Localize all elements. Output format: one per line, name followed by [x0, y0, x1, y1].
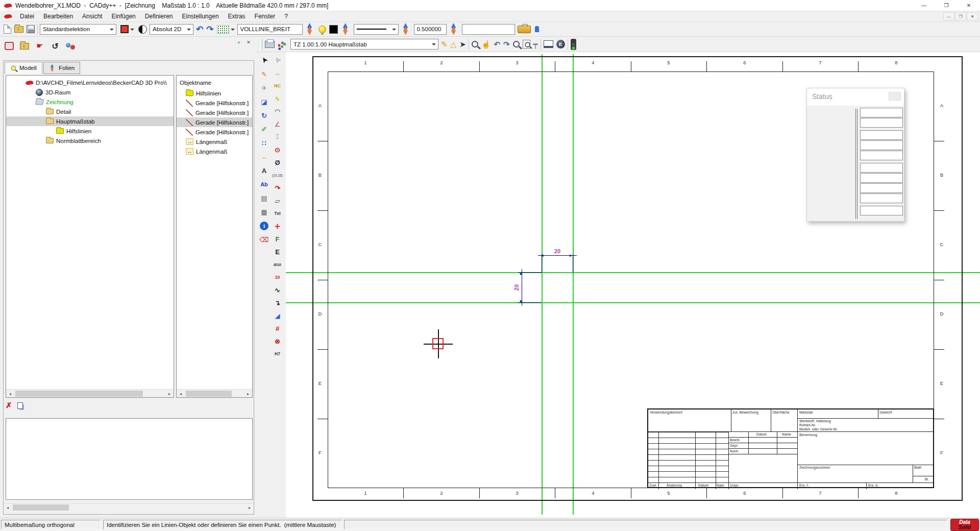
- dim-reference-icon[interactable]: ✛: [271, 220, 284, 232]
- tree-item-zeichnung[interactable]: Zeichnung: [6, 97, 174, 107]
- scroll-right-icon[interactable]: ▸: [165, 390, 174, 398]
- import-folder-button[interactable]: [18, 40, 31, 52]
- list-horizontal-scrollbar[interactable]: ◂ ▸: [177, 389, 252, 397]
- dimension-value-vertical[interactable]: 20: [513, 281, 520, 294]
- dim-delete-icon[interactable]: ⊗: [271, 335, 284, 347]
- list-item[interactable]: ↔Längenmaß: [177, 147, 252, 156]
- status-value-field[interactable]: [860, 194, 903, 203]
- hatch-tool-icon[interactable]: ▤: [258, 192, 271, 204]
- linewidth-field[interactable]: 0.500000: [414, 24, 447, 35]
- scroll-left-icon[interactable]: ◂: [4, 503, 12, 512]
- toolbar-drag-handle[interactable]: [260, 39, 262, 50]
- move-transform-icon[interactable]: ✈: [258, 82, 271, 94]
- dim-modify-icon[interactable]: ◢: [271, 309, 284, 322]
- select-alt-icon[interactable]: ➤: [269, 52, 286, 69]
- eraser-tool-icon[interactable]: ⌫: [258, 233, 271, 246]
- pen-color-button[interactable]: [329, 23, 338, 35]
- menu-einfuegen[interactable]: Einfügen: [107, 11, 140, 21]
- scroll-left-icon[interactable]: ◂: [6, 390, 14, 398]
- dim-limits-icon[interactable]: 10: [271, 271, 284, 283]
- color-picker-button[interactable]: [118, 23, 136, 35]
- layer-assign-button[interactable]: [305, 23, 316, 35]
- dim-text-icon[interactable]: Txt: [271, 207, 284, 220]
- dim-fit-table-icon[interactable]: H7: [271, 348, 284, 360]
- status-value-field[interactable]: [860, 173, 903, 183]
- menu-einstellungen[interactable]: Einstellungen: [178, 11, 224, 21]
- menu-ansicht[interactable]: Ansicht: [78, 11, 107, 21]
- open-button[interactable]: [14, 23, 24, 35]
- tree-item-hilfslinien[interactable]: Hilfslinien: [6, 126, 174, 136]
- tree-item-root[interactable]: D:\AVCHD_Filme\Lernvideos\BeckerCAD 3D P…: [6, 78, 174, 87]
- rotate-tool-icon[interactable]: ↻: [258, 109, 271, 122]
- dim-coordinate-icon[interactable]: (10,15): [271, 169, 284, 181]
- menu-extras[interactable]: Extras: [224, 11, 250, 21]
- mdi-close-button[interactable]: ✕: [967, 12, 978, 20]
- zoom-sheet-button[interactable]: [522, 38, 531, 51]
- dock-collapse-button[interactable]: «: [235, 39, 242, 45]
- menu-bearbeiten[interactable]: Bearbeiten: [39, 11, 78, 21]
- status-value-field[interactable]: [860, 206, 903, 215]
- dim-move-icon[interactable]: ↴: [271, 297, 284, 309]
- draw-pencil-icon[interactable]: ✎: [258, 68, 271, 80]
- scale-combo[interactable]: TZ 1.00:1.00 Hauptmaßstab: [290, 39, 438, 50]
- layer-visibility-button[interactable]: [318, 23, 327, 35]
- dim-circle-icon[interactable]: ⊙: [271, 143, 284, 156]
- tree-item-detail[interactable]: Detail: [6, 107, 174, 116]
- status-value-field[interactable]: [860, 151, 903, 160]
- print-button[interactable]: [264, 38, 275, 51]
- selection-mode-combo[interactable]: Standardselektion: [40, 24, 116, 35]
- tip-assistant-button[interactable]: [533, 23, 546, 35]
- grid-settings-button[interactable]: [216, 23, 235, 35]
- close-button[interactable]: ✕: [958, 0, 980, 11]
- spheres-3d-button[interactable]: [64, 40, 77, 52]
- list-item[interactable]: Hilfslinien: [177, 88, 252, 98]
- status-value-field[interactable]: [860, 140, 903, 150]
- copy-icon[interactable]: [17, 402, 23, 409]
- status-floating-panel[interactable]: Status: [806, 88, 904, 222]
- dim-surface-icon[interactable]: F: [271, 233, 284, 245]
- pattern-button[interactable]: [138, 23, 148, 35]
- drawing-canvas[interactable]: 1 2 3 4 5 6 7 8 1 2 3 4 5 6 7 8 A B C D …: [286, 52, 980, 518]
- dim-radius-icon[interactable]: ↷: [271, 182, 284, 194]
- scrollbar-thumb[interactable]: [186, 391, 232, 397]
- status-value-field[interactable]: [860, 108, 903, 117]
- redo-button[interactable]: ↷: [206, 23, 214, 35]
- dim-fit-icon[interactable]: Ø10: [271, 258, 284, 271]
- menu-datei[interactable]: Datei: [15, 11, 39, 21]
- pan-button[interactable]: ☝: [481, 38, 492, 51]
- measure-survey-icon[interactable]: A: [258, 164, 271, 177]
- status-value-field[interactable]: [860, 163, 903, 173]
- linestyle-combo[interactable]: [354, 24, 399, 35]
- layer-extra-button[interactable]: [449, 23, 460, 35]
- clear-selection-icon[interactable]: ✗: [6, 401, 12, 410]
- dim-chain-icon[interactable]: ↔: [271, 67, 284, 79]
- freehand-pen-icon[interactable]: ✐: [258, 123, 271, 135]
- list-item[interactable]: Gerade [Hilfskonstr.]: [177, 127, 252, 137]
- mdi-document-icon[interactable]: [4, 13, 12, 19]
- dim-nc-icon[interactable]: NC: [271, 80, 284, 92]
- extra-field[interactable]: [462, 24, 515, 35]
- dimension-value-horizontal[interactable]: 20: [551, 248, 564, 254]
- dim-tolerance-icon[interactable]: E: [271, 246, 284, 258]
- list-item-selected[interactable]: Gerade [Hilfskonstr.]: [177, 117, 252, 127]
- layer-style-button[interactable]: [340, 23, 352, 35]
- undo-button[interactable]: ↶: [195, 23, 204, 35]
- zoom-window-button[interactable]: [471, 38, 479, 51]
- stop-edit-button[interactable]: ☛: [34, 40, 46, 52]
- coordinate-mode-combo[interactable]: Absolut 2D: [150, 24, 193, 35]
- list-item[interactable]: ↔Längenmaß: [177, 137, 252, 147]
- menu-hilfe[interactable]: ?: [280, 11, 292, 21]
- dim-edit-icon[interactable]: ∿: [271, 284, 284, 296]
- scrollbar-thumb[interactable]: [13, 504, 69, 511]
- dim-arc-icon[interactable]: ◠: [271, 105, 284, 117]
- render-status-button[interactable]: [570, 38, 577, 51]
- status-value-field[interactable]: [860, 130, 903, 140]
- export-viewer-button[interactable]: E: [556, 38, 566, 51]
- dim-quick-icon[interactable]: ϟ: [271, 92, 284, 105]
- linetype-field[interactable]: VOLLLINIE_BREIT: [237, 24, 303, 35]
- tree-item-hauptmassstab[interactable]: Hauptmaßstab: [6, 116, 174, 126]
- maximize-button[interactable]: ❐: [935, 0, 958, 11]
- new-document-button[interactable]: [3, 23, 12, 35]
- dim-symmetry-icon[interactable]: ⌶: [271, 131, 284, 143]
- list-item[interactable]: Gerade [Hilfskonstr.]: [177, 98, 252, 108]
